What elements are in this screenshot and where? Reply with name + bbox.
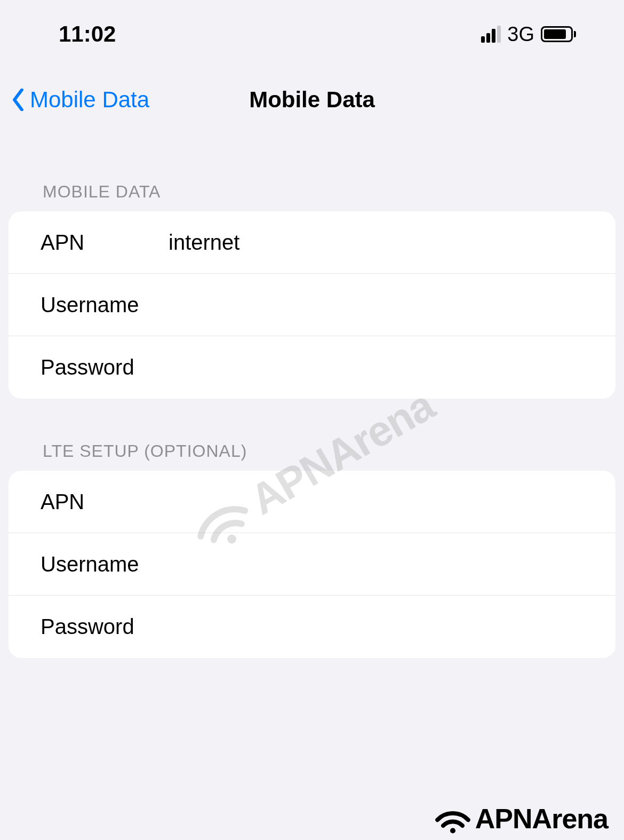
lte-password-label: Password (41, 615, 169, 639)
password-row[interactable]: Password (9, 336, 615, 399)
username-row[interactable]: Username (9, 274, 615, 336)
section-group-lte-setup: APN Username Password (9, 471, 615, 658)
signal-icon (481, 26, 501, 43)
password-label: Password (41, 355, 169, 379)
lte-username-row[interactable]: Username (9, 533, 615, 596)
section-header-lte-setup: LTE SETUP (OPTIONAL) (0, 399, 624, 471)
watermark-bottom: APNArena (434, 803, 608, 835)
lte-username-label: Username (41, 552, 169, 576)
apn-label: APN (41, 231, 169, 255)
lte-apn-label: APN (41, 490, 169, 514)
password-input[interactable] (169, 355, 583, 379)
svg-point-1 (450, 828, 455, 833)
section-group-mobile-data: APN Username Password (9, 211, 615, 399)
status-bar: 11:02 3G (0, 0, 624, 58)
lte-apn-row[interactable]: APN (9, 471, 615, 533)
wifi-icon (434, 804, 472, 834)
status-indicators: 3G (481, 23, 576, 46)
lte-apn-input[interactable] (169, 490, 583, 514)
apn-row[interactable]: APN (9, 211, 615, 274)
back-label: Mobile Data (30, 87, 149, 113)
navigation-bar: Mobile Data Mobile Data (0, 58, 624, 139)
apn-input[interactable] (169, 231, 583, 255)
battery-icon (541, 26, 576, 42)
status-time: 11:02 (59, 21, 116, 47)
back-button[interactable]: Mobile Data (11, 87, 149, 113)
username-label: Username (41, 293, 169, 317)
lte-password-input[interactable] (169, 615, 583, 639)
network-type: 3G (507, 23, 534, 46)
lte-username-input[interactable] (169, 552, 583, 576)
watermark-text: APNArena (475, 803, 608, 835)
section-header-mobile-data: MOBILE DATA (0, 139, 624, 211)
lte-password-row[interactable]: Password (9, 596, 615, 658)
username-input[interactable] (169, 293, 583, 317)
page-title: Mobile Data (249, 87, 375, 113)
chevron-left-icon (11, 88, 26, 112)
